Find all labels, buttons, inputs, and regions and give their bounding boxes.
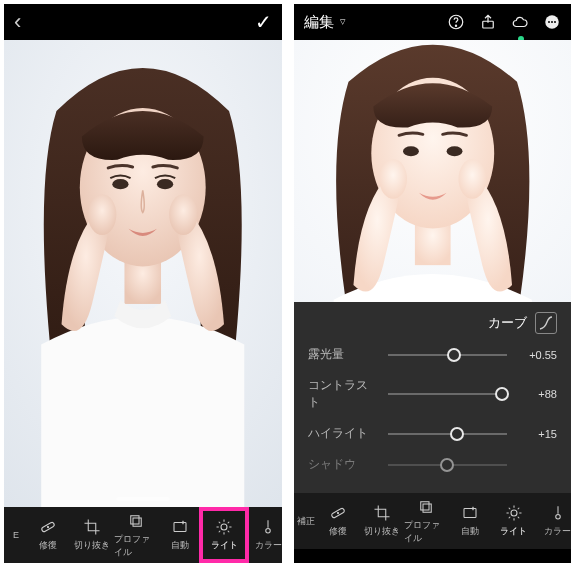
- edit-title[interactable]: 編集: [304, 13, 334, 32]
- portrait-image: [4, 40, 282, 507]
- tool-label: 修復: [329, 525, 347, 538]
- wand-icon: [461, 504, 479, 522]
- slider-thumb[interactable]: [495, 387, 509, 401]
- tool-heal[interactable]: 修復: [316, 504, 360, 538]
- svg-rect-10: [133, 518, 141, 526]
- tool-profile[interactable]: プロファイル: [404, 498, 448, 545]
- phone-right: 編集 ▽: [294, 4, 572, 563]
- share-icon[interactable]: [479, 13, 497, 31]
- slider-value: +15: [517, 428, 557, 440]
- slider-label: ハイライト: [308, 425, 378, 442]
- slider-value: +0.55: [517, 349, 557, 361]
- help-icon[interactable]: [447, 13, 465, 31]
- bottom-toolbar-left: E修復切り抜きプロファイル自動ライトカラー: [4, 507, 282, 563]
- svg-point-24: [403, 146, 419, 156]
- tool-light[interactable]: ライト: [492, 504, 536, 538]
- wand-icon: [171, 518, 189, 536]
- bottom-toolbar-right: 補正修復切り抜きプロファイル自動ライトカラー: [294, 493, 572, 549]
- tool-correct-edge[interactable]: 補正: [296, 515, 316, 528]
- sun-icon: [215, 518, 233, 536]
- slider-shadow: シャドウ: [308, 456, 558, 473]
- thermo-icon: [549, 504, 567, 522]
- slider-thumb[interactable]: [450, 427, 464, 441]
- tool-edit-edge[interactable]: E: [6, 530, 26, 540]
- svg-point-3: [112, 179, 128, 189]
- more-icon[interactable]: [543, 13, 561, 31]
- slider-track[interactable]: [388, 433, 508, 435]
- drag-handle[interactable]: [405, 292, 459, 296]
- slider-label: コントラスト: [308, 377, 378, 411]
- tool-auto[interactable]: 自動: [448, 504, 492, 538]
- svg-point-33: [511, 510, 517, 516]
- layers-icon: [417, 498, 435, 516]
- svg-rect-11: [174, 523, 186, 532]
- svg-rect-32: [464, 509, 476, 518]
- tool-crop[interactable]: 切り抜き: [360, 504, 404, 538]
- tool-profile[interactable]: プロファイル: [114, 512, 158, 559]
- tool-label: 自動: [461, 525, 479, 538]
- svg-point-20: [554, 21, 556, 23]
- svg-point-12: [221, 524, 227, 530]
- slider-value: +88: [517, 388, 557, 400]
- tool-label: プロファイル: [404, 519, 448, 545]
- svg-point-13: [266, 529, 271, 534]
- tool-light[interactable]: ライト: [202, 518, 246, 552]
- crop-icon: [83, 518, 101, 536]
- tool-heal[interactable]: 修復: [26, 518, 70, 552]
- curve-icon[interactable]: [535, 312, 557, 334]
- curve-label[interactable]: カーブ: [488, 314, 527, 332]
- tool-label: カラー: [544, 525, 571, 538]
- svg-point-29: [337, 512, 338, 513]
- tool-label: 補正: [297, 515, 315, 528]
- tool-crop[interactable]: 切り抜き: [70, 518, 114, 552]
- bandage-icon: [39, 518, 57, 536]
- slider-track[interactable]: [388, 393, 508, 395]
- svg-point-26: [379, 159, 407, 199]
- drag-handle[interactable]: [116, 497, 170, 501]
- photo-area-right[interactable]: [294, 40, 572, 302]
- crop-icon: [373, 504, 391, 522]
- top-bar-left: ‹ ✓: [4, 4, 282, 40]
- back-button[interactable]: ‹: [14, 9, 21, 35]
- svg-point-15: [455, 25, 456, 26]
- dropdown-icon[interactable]: ▽: [340, 18, 345, 26]
- svg-point-25: [446, 146, 462, 156]
- phone-left: ‹ ✓: [4, 4, 282, 563]
- tool-label: E: [13, 530, 19, 540]
- svg-rect-30: [420, 501, 428, 509]
- slider-track[interactable]: [388, 354, 508, 356]
- svg-point-19: [551, 21, 553, 23]
- svg-rect-31: [423, 504, 431, 512]
- slider-thumb[interactable]: [440, 458, 454, 472]
- top-bar-right: 編集 ▽: [294, 4, 572, 40]
- cloud-icon[interactable]: [511, 13, 529, 31]
- slider-thumb[interactable]: [447, 348, 461, 362]
- tool-label: 切り抜き: [74, 539, 110, 552]
- slider-exposure: 露光量+0.55: [308, 346, 558, 363]
- tool-label: プロファイル: [114, 533, 158, 559]
- slider-track[interactable]: [388, 464, 508, 466]
- tool-label: 自動: [171, 539, 189, 552]
- svg-point-27: [458, 159, 486, 199]
- svg-rect-9: [131, 515, 139, 523]
- sun-icon: [505, 504, 523, 522]
- svg-point-5: [88, 194, 116, 235]
- tool-color[interactable]: カラー: [246, 518, 282, 552]
- slider-label: 露光量: [308, 346, 378, 363]
- slider-highlight: ハイライト+15: [308, 425, 558, 442]
- confirm-button[interactable]: ✓: [255, 10, 272, 34]
- tool-label: 修復: [39, 539, 57, 552]
- photo-area-left[interactable]: [4, 40, 282, 507]
- thermo-icon: [259, 518, 277, 536]
- svg-point-6: [169, 194, 197, 235]
- tool-label: カラー: [255, 539, 282, 552]
- slider-contrast: コントラスト+88: [308, 377, 558, 411]
- tool-auto[interactable]: 自動: [158, 518, 202, 552]
- light-panel: カーブ 露光量+0.55コントラスト+88ハイライト+15シャドウ: [294, 302, 572, 493]
- tool-color[interactable]: カラー: [536, 504, 572, 538]
- bandage-icon: [329, 504, 347, 522]
- svg-point-8: [47, 526, 48, 527]
- tool-label: ライト: [500, 525, 527, 538]
- tool-label: ライト: [211, 539, 238, 552]
- slider-label: シャドウ: [308, 456, 378, 473]
